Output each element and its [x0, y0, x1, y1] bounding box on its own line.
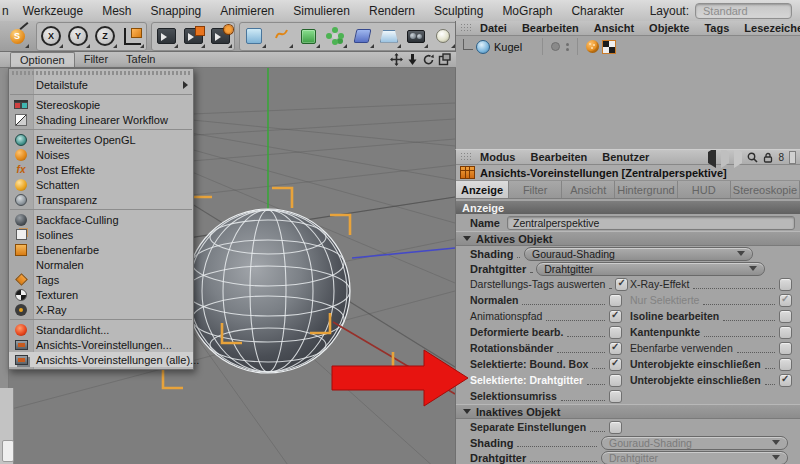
om-menu-lesezeichen[interactable]: Lesezeichen	[744, 22, 800, 34]
options-item-isolines[interactable]: Isolines	[9, 227, 193, 242]
options-item-schatten[interactable]: Schatten	[9, 177, 193, 192]
options-item-detailstufe[interactable]: Detailstufe	[9, 77, 193, 92]
options-item-erweitertes-opengl[interactable]: Erweitertes OpenGL	[9, 132, 193, 147]
tab-ansicht[interactable]: Ansicht	[562, 181, 615, 198]
options-item-stereoskopie[interactable]: Stereoskopie	[9, 97, 193, 112]
menu-item-sculpting[interactable]: Sculpting	[434, 4, 483, 18]
menu-item-mesh[interactable]: Mesh	[102, 4, 131, 18]
menu-item-mograph[interactable]: MoGraph	[502, 4, 552, 18]
checkbox-separate-einstellungen[interactable]	[609, 421, 622, 434]
axis-lock-z-button[interactable]: Z	[92, 24, 118, 49]
subsection-inaktives-objekt[interactable]: Inaktives Objekt	[456, 404, 800, 419]
om-menu-ansicht[interactable]: Ansicht	[594, 22, 634, 34]
options-item-noises[interactable]: Noises	[9, 147, 193, 162]
checkbox-unterobjekte-einschließen[interactable]	[779, 358, 792, 371]
history-back-icon[interactable]	[708, 149, 716, 168]
options-item-texturen[interactable]: Texturen	[9, 287, 193, 302]
checkbox-selektionsumriss[interactable]	[609, 390, 622, 403]
menu-item-snapping[interactable]: Snapping	[151, 4, 202, 18]
options-item-shading-linearer-workflow[interactable]: Shading Linearer Workflow	[9, 112, 193, 127]
checkbox-selektierte-drahtgitter[interactable]	[609, 374, 622, 387]
om-menu-datei[interactable]: Datei	[480, 22, 507, 34]
phong-tag-icon[interactable]	[586, 40, 599, 53]
checkbox-ebenfarbe-verwenden[interactable]	[779, 342, 792, 355]
light-button[interactable]	[430, 24, 456, 49]
camera-button[interactable]	[403, 24, 429, 49]
om-menu-bearbeiten[interactable]: Bearbeiten	[522, 22, 579, 34]
link-icon[interactable]: 8	[778, 152, 784, 163]
viewport-menu-filter[interactable]: Filter	[75, 52, 117, 67]
checkbox-isoline-bearbeiten[interactable]	[779, 310, 792, 323]
menu-item-animieren[interactable]: Animieren	[220, 4, 274, 18]
options-item-post-effekte[interactable]: fxPost Effekte	[9, 162, 193, 177]
checkbox-rotationsbänder[interactable]	[609, 342, 622, 355]
panel-edge-icon[interactable]	[789, 151, 796, 164]
menu-item-werkzeuge[interactable]: Werkzeuge	[23, 4, 83, 18]
om-menu-tags[interactable]: Tags	[704, 22, 729, 34]
tab-hud[interactable]: HUD	[678, 181, 731, 198]
grip-icon[interactable]	[460, 152, 473, 162]
grip-icon[interactable]	[460, 23, 473, 33]
options-item-ansichts-voreinstellungen[interactable]: Ansichts-Voreinstellungen...	[9, 337, 193, 352]
checkbox-selektierte-bound-box[interactable]	[609, 358, 622, 371]
search-icon[interactable]	[747, 152, 758, 163]
history-forward-icon[interactable]	[721, 149, 729, 168]
options-item-standardlicht[interactable]: Standardlicht...	[9, 322, 193, 337]
zoom-icon[interactable]	[406, 53, 419, 66]
subsection-aktives-objekt[interactable]: Aktives Objekt	[456, 231, 800, 246]
tab-anzeige[interactable]: Anzeige	[456, 181, 509, 198]
checkbox-kantenpunkte[interactable]	[779, 326, 792, 339]
options-item-ebenenfarbe[interactable]: Ebenenfarbe	[9, 242, 193, 257]
coordinate-system-button[interactable]	[119, 24, 145, 49]
am-menu-bearbeiten[interactable]: Bearbeiten	[530, 151, 587, 163]
checkbox-unterobjekte-einschließen[interactable]	[779, 374, 792, 387]
visibility-dot-icon[interactable]	[551, 42, 560, 51]
am-menu-benutzer[interactable]: Benutzer	[602, 151, 649, 163]
visibility-dots-icon[interactable]	[566, 43, 569, 51]
display-tag-icon[interactable]	[602, 40, 616, 54]
axis-lock-y-button[interactable]: Y	[65, 24, 91, 49]
checkbox-darstellungs-tags-auswerten[interactable]	[615, 278, 628, 291]
checkbox-deformierte-bearb[interactable]	[609, 326, 622, 339]
history-forward2-icon[interactable]	[734, 149, 742, 168]
object-row-kugel[interactable]: Kugel	[456, 38, 800, 55]
checkbox-nur-selektierte[interactable]	[779, 294, 792, 307]
modeling-button[interactable]	[322, 24, 348, 49]
checkbox-x-ray-effekt[interactable]	[779, 278, 792, 291]
generators-button[interactable]	[295, 24, 321, 49]
options-item-backface-culling[interactable]: Backface-Culling	[9, 212, 193, 227]
render-settings-button[interactable]	[207, 24, 233, 49]
options-item-tags[interactable]: Tags	[9, 272, 193, 287]
viewport-menu-tafeln[interactable]: Tafeln	[117, 52, 164, 67]
render-view-button[interactable]	[153, 24, 179, 49]
dropdown-shading[interactable]: Gouraud-Shading	[524, 247, 753, 261]
dropdown-drahtgitter[interactable]: Drahtgitter	[601, 451, 788, 464]
dropdown-shading[interactable]: Gouraud-Shading	[601, 436, 788, 450]
name-input[interactable]: Zentralperspektive	[507, 216, 795, 230]
environment-button[interactable]	[376, 24, 402, 49]
rotate-icon[interactable]	[422, 53, 435, 66]
render-picture-viewer-button[interactable]	[180, 24, 206, 49]
axis-lock-x-button[interactable]: X	[38, 24, 64, 49]
om-menu-objekte[interactable]: Objekte	[649, 22, 689, 34]
maximize-icon[interactable]	[438, 53, 451, 66]
dropdown-drahtgitter[interactable]: Drahtgitter	[536, 262, 765, 276]
am-menu-modus[interactable]: Modus	[480, 151, 515, 163]
tab-hintergrund[interactable]: Hintergrund	[615, 181, 677, 198]
options-item-x-ray[interactable]: X-Ray	[9, 302, 193, 317]
options-item-normalen[interactable]: Normalen	[9, 257, 193, 272]
menu-item-cut[interactable]: n	[2, 4, 9, 18]
tab-stereoskopie[interactable]: Stereoskopie	[731, 181, 800, 198]
menu-item-simulieren[interactable]: Simulieren	[293, 4, 350, 18]
options-item-ansichts-voreinstellungen-alle[interactable]: Ansichts-Voreinstellungen (alle)...	[9, 352, 193, 367]
menu-tearoff-strip[interactable]	[12, 71, 190, 75]
tab-filter[interactable]: Filter	[509, 181, 562, 198]
checkbox-animationspfad[interactable]	[609, 310, 622, 323]
lock-icon[interactable]	[763, 152, 773, 163]
menu-item-rendern[interactable]: Rendern	[369, 4, 415, 18]
sphere-object[interactable]	[186, 209, 350, 373]
menu-item-charakter[interactable]: Charakter	[571, 4, 624, 18]
viewport-menu-optionen[interactable]: Optionen	[10, 52, 75, 67]
layout-select[interactable]: Standard	[695, 3, 792, 19]
deformer-button[interactable]	[349, 24, 375, 49]
